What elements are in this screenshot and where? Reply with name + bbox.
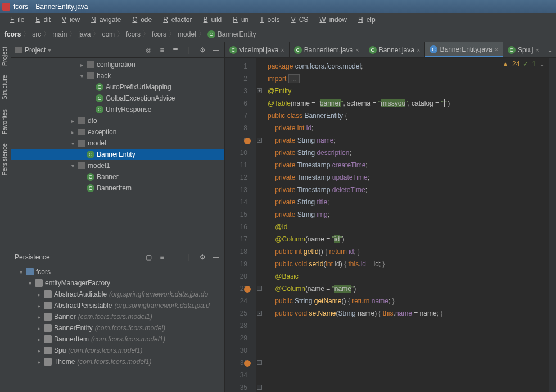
override-icon[interactable] (244, 286, 251, 293)
gear-icon[interactable]: ⚙ (197, 45, 207, 55)
code-line[interactable]: public void setName(String name) { this.… (268, 307, 549, 320)
tree-row[interactable]: ▸exception (11, 126, 224, 138)
code-line[interactable]: private Timestamp createTime; (268, 159, 549, 171)
breadcrumb-item[interactable]: model (178, 30, 196, 38)
tree-row[interactable]: ▸BannerEntity (com.fcors.fcors.model) (11, 322, 224, 334)
override-icon[interactable] (244, 138, 251, 144)
code-line[interactable]: public String getName() { return name; } (268, 295, 549, 307)
fold-marker[interactable]: - (257, 311, 262, 316)
tool-tab-persistence[interactable]: Persistence (0, 139, 11, 180)
collapse-icon[interactable]: ≣ (170, 252, 180, 262)
tree-row[interactable]: CAutoPrefixUrlMapping (11, 81, 224, 93)
gear-icon[interactable]: ⚙ (197, 252, 207, 262)
editor-tab[interactable]: CviceImpl.java× (225, 42, 290, 57)
code-line[interactable]: public void setId(int id) { this.id = id… (268, 258, 549, 270)
chevron-down-icon[interactable]: ▾ (48, 46, 51, 54)
expand-arrow[interactable]: ▸ (36, 336, 42, 343)
tree-row[interactable]: ▸configuration (11, 59, 224, 70)
editor-tab[interactable]: CSpu.j× (503, 42, 544, 57)
code-line[interactable]: private Timestamp updateTime; (268, 171, 549, 184)
code-line[interactable]: @Id (268, 221, 549, 233)
code-line[interactable]: private String img; (268, 208, 549, 221)
menu-run[interactable]: Run (226, 15, 252, 25)
code-line[interactable]: @Entity (268, 85, 549, 97)
inspection-status[interactable]: ▲24 ✓1 ⌄ (502, 60, 545, 68)
fold-marker[interactable]: - (257, 385, 262, 390)
tree-row[interactable]: ▾entityManagerFactory (11, 277, 224, 289)
code-line[interactable]: private String name; (268, 134, 549, 147)
tool-tab-project[interactable]: Project (0, 42, 11, 70)
menu-code[interactable]: Code (125, 15, 155, 25)
tree-row[interactable]: ▸AbstractPersistable (org.springframewor… (11, 300, 224, 311)
minimize-icon[interactable]: — (211, 45, 221, 55)
expand-arrow[interactable]: ▾ (18, 269, 24, 275)
menu-navigate[interactable]: Navigate (84, 15, 124, 25)
expand-arrow[interactable]: ▸ (36, 348, 42, 354)
tree-row[interactable]: CBanner (11, 171, 224, 183)
tree-row[interactable]: ▸BannerItem (com.fcors.fcors.model1) (11, 334, 224, 345)
tree-row[interactable]: ▸Banner (com.fcors.fcors.model1) (11, 311, 224, 322)
expand-arrow[interactable]: ▸ (70, 129, 75, 135)
tree-row[interactable]: ▸Theme (com.fcors.fcors.model1) (11, 356, 224, 367)
close-icon[interactable]: × (417, 47, 420, 53)
menu-file[interactable]: File (3, 15, 28, 25)
toolbar-icon[interactable]: ▢ (143, 252, 153, 262)
fold-marker[interactable]: + (257, 88, 262, 93)
breadcrumb-item[interactable]: src (32, 30, 41, 38)
code-line[interactable]: public class BannerEntity { (268, 110, 549, 122)
expand-arrow[interactable]: ▸ (70, 118, 75, 124)
code-line[interactable]: private String title; (268, 196, 549, 208)
expand-arrow[interactable]: ▸ (36, 303, 42, 309)
locate-icon[interactable]: ◎ (143, 45, 153, 55)
expand-arrow[interactable]: ▸ (36, 291, 42, 298)
breadcrumb-item[interactable]: com (102, 30, 115, 38)
code-line[interactable]: @Basic (268, 270, 549, 282)
tree-row[interactable]: CUnifyResponse (11, 104, 224, 115)
close-icon[interactable]: × (495, 46, 498, 53)
project-tree[interactable]: ▸configuration▾hackCAutoPrefixUrlMapping… (11, 58, 224, 249)
expand-arrow[interactable]: ▸ (36, 359, 42, 365)
code-line[interactable]: private Timestamp deleteTime; (268, 184, 549, 196)
tree-row[interactable]: CGolbalExceptionAdvice (11, 93, 224, 104)
code-line[interactable]: private String description; (268, 147, 549, 159)
code-line[interactable]: import ... (268, 72, 549, 85)
breadcrumb-item[interactable]: main (52, 30, 67, 38)
minimize-icon[interactable]: — (211, 252, 221, 262)
fold-marker[interactable]: - (257, 286, 262, 291)
tree-row[interactable]: ▾hack (11, 70, 224, 81)
expand-arrow[interactable]: ▾ (70, 140, 75, 147)
code-line[interactable]: @Table(name = "banner", schema = "missyo… (268, 97, 549, 110)
fold-marker[interactable]: - (257, 138, 262, 143)
code-line[interactable]: @Column(name = "id") (268, 233, 549, 245)
expand-arrow[interactable]: ▸ (36, 314, 42, 320)
tool-tab-structure[interactable]: Structure (0, 70, 11, 104)
fold-marker[interactable]: - (257, 360, 262, 365)
menu-refactor[interactable]: Refactor (156, 15, 195, 25)
tree-row[interactable]: CBannerEntity (11, 149, 224, 160)
breadcrumb-item[interactable]: fcors (4, 30, 21, 38)
expand-icon[interactable]: ≡ (157, 252, 167, 262)
tool-tab-favorites[interactable]: Favorites (0, 104, 11, 139)
menu-build[interactable]: Build (197, 15, 225, 25)
expand-arrow[interactable]: ▾ (27, 280, 33, 286)
marker-strip[interactable] (549, 58, 556, 392)
tree-row[interactable]: ▸Spu (com.fcors.fcors.model1) (11, 345, 224, 356)
editor-tab[interactable]: CBannerEntity.java× (425, 42, 503, 57)
expand-arrow[interactable]: ▾ (70, 163, 75, 169)
expand-arrow[interactable]: ▸ (79, 62, 84, 68)
breadcrumb-item[interactable]: java (78, 30, 91, 38)
tree-row[interactable]: ▾model (11, 138, 224, 149)
menu-edit[interactable]: Edit (29, 15, 54, 25)
expand-arrow[interactable]: ▾ (79, 73, 84, 79)
editor-tab[interactable]: CBanner.java× (364, 42, 426, 57)
collapse-icon[interactable]: ≣ (170, 45, 180, 55)
menu-tools[interactable]: Tools (253, 15, 283, 25)
code-editor[interactable]: 1236789101112131415161718192021242528293… (225, 58, 556, 392)
tab-overflow[interactable]: ⌄ (544, 42, 555, 57)
tree-row[interactable]: ▸dto (11, 115, 224, 126)
expand-arrow[interactable]: ▸ (36, 325, 42, 331)
tree-row[interactable]: ▸AbstractAuditable (org.springframework.… (11, 289, 224, 300)
close-icon[interactable]: × (355, 47, 359, 53)
tree-row[interactable]: ▾fcors (11, 266, 224, 277)
code-line[interactable]: private int id; (268, 122, 549, 134)
